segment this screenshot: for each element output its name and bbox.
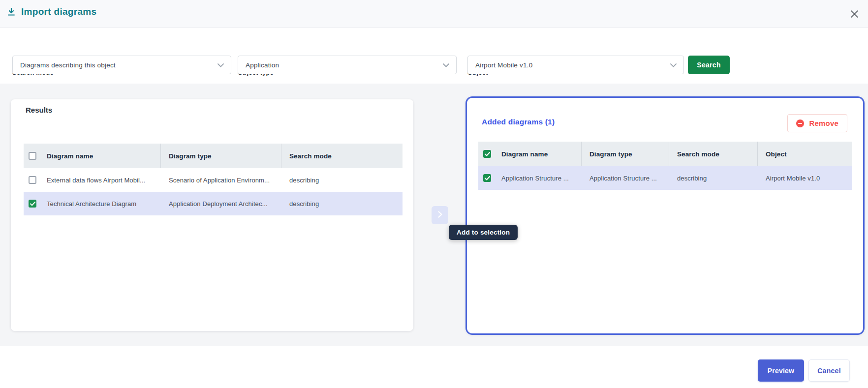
cell-diagram-type: Application Deployment Architec... bbox=[161, 192, 281, 215]
row-checkbox[interactable] bbox=[29, 176, 36, 184]
minus-circle-icon bbox=[796, 119, 804, 127]
column-header-diagram-type: Diagram type bbox=[582, 142, 669, 166]
added-diagrams-panel: Added diagrams (1) Remove Diagram name D… bbox=[465, 96, 865, 335]
dialog-footer bbox=[0, 346, 868, 388]
search-mode-value: Diagrams describing this object bbox=[20, 61, 116, 69]
cancel-button[interactable]: Cancel bbox=[808, 359, 850, 382]
added-table-header: Diagram name Diagram type Search mode Ob… bbox=[478, 142, 852, 166]
cell-diagram-name: External data flows Airport Mobil... bbox=[47, 177, 145, 184]
select-all-checkbox[interactable] bbox=[29, 152, 36, 160]
cell-diagram-type: Scenario of Application Environm... bbox=[161, 168, 281, 192]
column-header-object: Object bbox=[758, 142, 852, 166]
page-title: Import diagrams bbox=[21, 6, 96, 17]
object-type-value: Application bbox=[246, 61, 279, 69]
object-value: Airport Mobile v1.0 bbox=[475, 61, 532, 69]
search-button[interactable]: Search bbox=[688, 56, 730, 74]
close-icon[interactable] bbox=[848, 8, 860, 20]
add-to-selection-button[interactable] bbox=[432, 206, 448, 224]
added-diagrams-title: Added diagrams (1) bbox=[482, 118, 555, 126]
chevron-right-icon bbox=[438, 211, 442, 219]
add-to-selection-tooltip: Add to selection bbox=[449, 225, 518, 240]
row-checkbox[interactable] bbox=[29, 200, 36, 208]
column-header-search-mode: Search mode bbox=[281, 144, 403, 168]
column-header-diagram-name: Diagram name bbox=[47, 152, 93, 160]
chevron-down-icon bbox=[443, 60, 449, 69]
object-type-select[interactable]: Application bbox=[238, 56, 457, 74]
results-table-header: Diagram name Diagram type Search mode bbox=[24, 144, 403, 168]
column-header-diagram-name: Diagram name bbox=[501, 150, 548, 158]
column-header-search-mode: Search mode bbox=[669, 142, 758, 166]
import-diagrams-dialog: Import diagrams Search mode Object type … bbox=[0, 0, 868, 388]
results-title: Results bbox=[26, 106, 52, 114]
cell-search-mode: describing bbox=[281, 192, 403, 215]
results-panel: Results Diagram name Diagram type Search… bbox=[11, 99, 413, 331]
table-row[interactable]: External data flows Airport Mobil... Sce… bbox=[24, 168, 403, 192]
cell-object: Airport Mobile v1.0 bbox=[758, 166, 852, 190]
cell-search-mode: describing bbox=[669, 166, 758, 190]
cell-diagram-name: Technical Architecture Diagram bbox=[47, 200, 136, 208]
column-header-diagram-type: Diagram type bbox=[161, 144, 281, 168]
added-table: Diagram name Diagram type Search mode Ob… bbox=[478, 142, 852, 190]
dialog-header: Import diagrams bbox=[0, 0, 868, 28]
dialog-title-group: Import diagrams bbox=[7, 6, 96, 17]
chevron-down-icon bbox=[217, 60, 224, 69]
chevron-down-icon bbox=[670, 60, 677, 69]
cell-diagram-name: Application Structure ... bbox=[501, 175, 569, 182]
import-download-icon bbox=[7, 7, 16, 16]
remove-button[interactable]: Remove bbox=[787, 114, 847, 132]
table-row[interactable]: Technical Architecture Diagram Applicati… bbox=[24, 192, 403, 215]
search-mode-select[interactable]: Diagrams describing this object bbox=[12, 56, 231, 74]
cell-search-mode: describing bbox=[281, 168, 403, 192]
object-select[interactable]: Airport Mobile v1.0 bbox=[467, 56, 684, 74]
preview-button[interactable]: Preview bbox=[758, 359, 804, 382]
remove-button-label: Remove bbox=[809, 119, 838, 127]
select-all-checkbox[interactable] bbox=[483, 150, 491, 158]
cell-diagram-type: Application Structure ... bbox=[582, 166, 669, 190]
results-table: Diagram name Diagram type Search mode Ex… bbox=[24, 144, 403, 215]
row-checkbox[interactable] bbox=[483, 174, 491, 182]
table-row[interactable]: Application Structure ... Application St… bbox=[478, 166, 852, 190]
